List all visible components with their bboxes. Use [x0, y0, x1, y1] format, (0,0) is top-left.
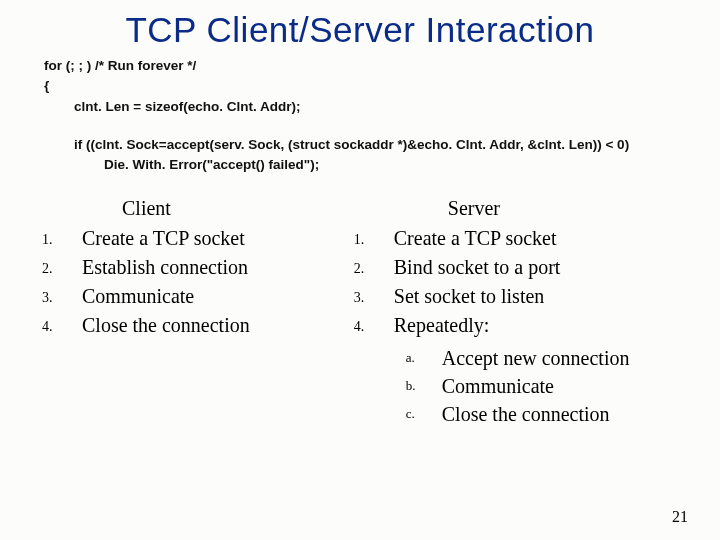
code-line: {	[44, 76, 690, 96]
list-item: Create a TCP socket	[348, 224, 700, 253]
list-item: Repeatedly: Accept new connection Commun…	[348, 311, 700, 428]
client-heading: Client	[122, 197, 318, 220]
list-item: Bind socket to a port	[348, 253, 700, 282]
code-line: if ((clnt. Sock=accept(serv. Sock, (stru…	[74, 135, 690, 155]
page-number: 21	[672, 508, 688, 526]
list-item: Accept new connection	[394, 344, 700, 372]
list-item: Create a TCP socket	[36, 224, 318, 253]
server-list: Create a TCP socket Bind socket to a por…	[348, 224, 700, 428]
slide-title: TCP Client/Server Interaction	[0, 0, 720, 56]
code-line: clnt. Len = sizeof(echo. Clnt. Addr);	[74, 97, 690, 117]
list-item-label: Repeatedly:	[394, 314, 490, 336]
list-item: Set socket to listen	[348, 282, 700, 311]
list-item: Communicate	[36, 282, 318, 311]
server-heading: Server	[448, 197, 700, 220]
server-sublist: Accept new connection Communicate Close …	[394, 344, 700, 428]
code-block: for (; ; ) /* Run forever */ { clnt. Len…	[44, 56, 690, 175]
code-line: Die. With. Error("accept() failed");	[104, 155, 690, 175]
columns: Client Create a TCP socket Establish con…	[0, 197, 720, 428]
server-column: Server Create a TCP socket Bind socket t…	[348, 197, 700, 428]
list-item: Communicate	[394, 372, 700, 400]
list-item: Close the connection	[36, 311, 318, 340]
code-line: for (; ; ) /* Run forever */	[44, 56, 690, 76]
client-column: Client Create a TCP socket Establish con…	[36, 197, 318, 428]
client-list: Create a TCP socket Establish connection…	[36, 224, 318, 340]
list-item: Establish connection	[36, 253, 318, 282]
list-item: Close the connection	[394, 400, 700, 428]
